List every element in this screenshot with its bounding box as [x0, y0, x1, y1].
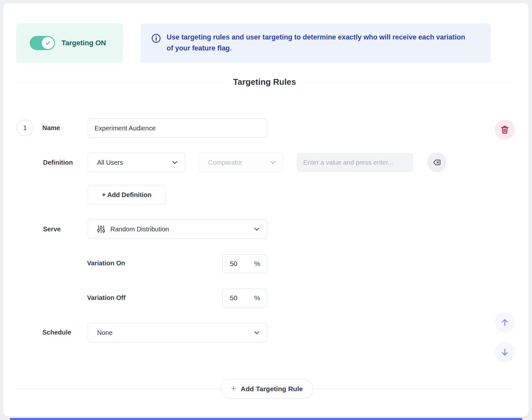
- move-rule-down-button[interactable]: [494, 342, 515, 363]
- chevron-down-icon: [172, 161, 178, 164]
- chevron-down-icon: [270, 161, 276, 164]
- comparator-select-placeholder: Comparator: [208, 159, 266, 166]
- variation-off-label: Variation Off: [87, 293, 126, 303]
- page-title: Targeting Rules: [233, 77, 296, 87]
- audience-select[interactable]: All Users: [88, 153, 185, 172]
- variation-on-input[interactable]: [223, 260, 244, 268]
- arrow-down-icon: [500, 348, 510, 357]
- variation-off-field: %: [222, 289, 267, 307]
- arrow-up-icon: [500, 317, 510, 327]
- rule-number-badge: 1: [17, 119, 33, 136]
- schedule-select[interactable]: None: [88, 323, 267, 342]
- clear-value-button[interactable]: [427, 153, 447, 172]
- variation-on-field: %: [222, 254, 267, 273]
- variation-on-label: Variation On: [87, 258, 125, 268]
- targeting-status-label: Targeting ON: [61, 39, 106, 47]
- variation-off-input[interactable]: [223, 294, 244, 302]
- name-label: Name: [42, 123, 60, 133]
- comparator-select[interactable]: Comparator: [199, 153, 283, 172]
- add-definition-button[interactable]: + Add Definition: [88, 185, 166, 204]
- info-banner-text: Use targeting rules and user targeting t…: [167, 32, 471, 54]
- definition-label: Definition: [43, 158, 73, 167]
- targeting-toggle[interactable]: [30, 36, 55, 50]
- check-icon: [45, 40, 51, 46]
- trash-icon: [500, 125, 509, 134]
- audience-select-value: All Users: [97, 159, 168, 166]
- chevron-down-icon: [254, 331, 260, 335]
- bottom-accent-bar: [10, 418, 522, 420]
- rule-name-input[interactable]: [88, 118, 267, 138]
- serve-select[interactable]: Random Distribution: [88, 219, 267, 239]
- backspace-icon: [433, 158, 441, 167]
- sliders-icon: [97, 225, 105, 234]
- schedule-label: Schedule: [42, 327, 71, 337]
- targeting-status-box: Targeting ON: [16, 23, 123, 63]
- plus-icon: +: [231, 384, 236, 393]
- percent-sign: %: [254, 294, 260, 302]
- info-icon: [151, 33, 161, 45]
- add-targeting-rule-button[interactable]: + Add Targeting Rule: [221, 379, 313, 399]
- delete-rule-button[interactable]: [495, 120, 515, 140]
- serve-select-value: Random Distribution: [110, 226, 250, 233]
- definition-value-input[interactable]: [297, 153, 413, 172]
- move-rule-up-button[interactable]: [494, 312, 515, 333]
- serve-label: Serve: [43, 224, 61, 234]
- divider-left: [16, 82, 225, 82]
- info-banner: Use targeting rules and user targeting t…: [141, 23, 491, 63]
- schedule-select-value: None: [97, 329, 250, 337]
- section-header: Targeting Rules: [16, 77, 513, 87]
- add-targeting-rule-label: Add Targeting Rule: [241, 385, 303, 393]
- add-definition-label: + Add Definition: [102, 191, 151, 199]
- percent-sign: %: [254, 260, 260, 268]
- toggle-knob: [42, 37, 54, 49]
- targeting-panel: Targeting ON Use targeting rules and use…: [3, 3, 529, 417]
- chevron-down-icon: [254, 227, 260, 231]
- divider-right: [304, 82, 513, 82]
